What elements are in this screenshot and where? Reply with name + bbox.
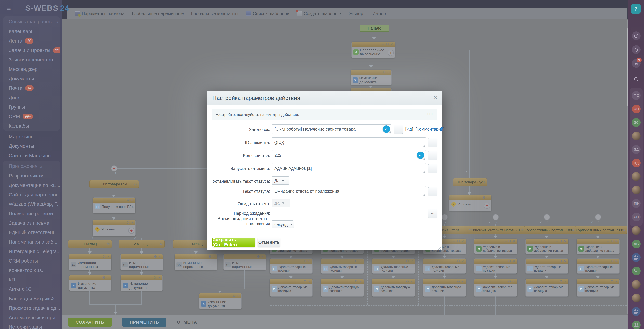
branch-bar[interactable]: Корпоративный портал - 100 [524, 226, 576, 234]
close-icon[interactable] [513, 259, 515, 263]
collapse-icon[interactable] [453, 239, 457, 243]
toolbar-item[interactable]: Создать шаблон ▾ [297, 11, 341, 16]
chat-avatar[interactable] [632, 132, 640, 140]
value-picker-button[interactable]: ... [428, 164, 437, 173]
hamburger-menu-icon[interactable]: ≡ [6, 3, 11, 13]
gear-icon[interactable] [508, 239, 513, 243]
more-menu-icon[interactable]: ••• [427, 111, 433, 117]
toolbar-item[interactable]: Экспорт ▾ [348, 11, 365, 16]
maximize-icon[interactable] [426, 96, 431, 101]
toolbar-item[interactable]: Импорт ▾ [372, 11, 388, 16]
sidebar-item[interactable]: Интеграция с Telegra... [3, 246, 60, 256]
sidebar-item[interactable]: CRM99+ [3, 111, 60, 121]
collapse-branch-button[interactable]: − [595, 214, 601, 220]
gear-icon[interactable] [304, 279, 308, 283]
start-node[interactable]: Начало [360, 25, 389, 32]
close-icon[interactable] [213, 255, 215, 259]
node-get-term[interactable]: Получаем срок Б24 [93, 197, 136, 213]
node-add-remove-product[interactable]: Удаление и добавление товара [526, 239, 568, 254]
close-icon[interactable] [411, 279, 413, 283]
collapse-icon[interactable] [123, 221, 127, 224]
node-remove-product-rows[interactable]: Удалить товарные позиции [526, 259, 568, 274]
collapse-chevron-icon[interactable] [465, 169, 467, 174]
close-icon[interactable] [107, 276, 109, 279]
node-add-remove-product[interactable]: Удаление и добавление товара [577, 239, 620, 254]
gear-icon[interactable] [102, 255, 107, 259]
close-icon[interactable] [262, 255, 264, 259]
gear-icon[interactable] [572, 228, 574, 232]
gear-icon[interactable] [126, 198, 131, 202]
close-icon[interactable] [564, 259, 566, 263]
close-icon[interactable] [564, 239, 566, 243]
branch-bar[interactable]: 1 месяц [68, 240, 112, 248]
sidebar-item[interactable]: Заявки от клиентов [3, 55, 60, 64]
template-cancel-button[interactable]: ОТМЕНА [177, 320, 197, 325]
node-document-change[interactable]: Изменение документа [121, 275, 162, 291]
chat-avatar[interactable] [632, 253, 640, 262]
close-icon[interactable] [411, 259, 413, 263]
sidebar-item[interactable]: Документы [3, 141, 60, 150]
gear-icon[interactable] [107, 242, 110, 246]
close-icon[interactable] [615, 259, 618, 263]
node-condition[interactable]: Условие + [449, 195, 491, 211]
gear-icon[interactable] [126, 221, 131, 224]
close-icon[interactable] [462, 259, 464, 263]
value-picker-button[interactable]: ... [428, 209, 437, 218]
gear-icon[interactable] [559, 259, 564, 263]
chat-avatar[interactable] [632, 226, 640, 235]
close-icon[interactable] [462, 239, 464, 243]
help-button[interactable]: ? [631, 4, 641, 14]
branch-bar[interactable]: Корпоративный портал - 500 [575, 226, 628, 234]
node-add-remove-product[interactable]: Удаление и добавление товара [474, 239, 517, 254]
sidebar-item[interactable]: Разработчикам [3, 171, 60, 180]
sidebar-item[interactable]: Документация по RE... [3, 180, 60, 190]
sidebar-item[interactable]: Мессенджер [3, 64, 60, 73]
chat-avatar[interactable]: SC [632, 118, 640, 127]
close-icon[interactable] [391, 42, 393, 46]
close-icon[interactable] [387, 70, 390, 74]
chat-avatar[interactable] [632, 307, 640, 316]
branch-bar[interactable]: 12 месяцев [119, 240, 165, 248]
branch-chevrons-icon[interactable] [540, 220, 550, 224]
gear-icon[interactable] [354, 279, 360, 283]
node-remove-product-rows[interactable]: Удалить товарные позиции [474, 259, 517, 274]
sidebar-item[interactable]: Просмотр задач в сд... [3, 303, 60, 313]
sidebar-item[interactable]: CRM роботы [3, 256, 60, 265]
chat-avatar[interactable]: СП [632, 213, 640, 221]
close-icon[interactable] [564, 279, 566, 283]
gear-icon[interactable] [154, 255, 159, 259]
sidebar-item[interactable]: Wazzup (WhatsApp, T... [3, 199, 60, 209]
add-branch-button[interactable]: + [484, 203, 490, 209]
node-condition[interactable]: Условие + [93, 220, 136, 236]
gear-icon[interactable] [520, 228, 523, 232]
node-add-product-row[interactable]: Добавить товарную позицию [321, 279, 364, 297]
chat-avatar[interactable] [632, 280, 640, 289]
sidebar-item[interactable]: Акты в 1С [3, 284, 60, 294]
gear-icon[interactable] [482, 196, 487, 199]
search-icon[interactable] [632, 75, 640, 84]
chat-avatar[interactable] [632, 294, 640, 302]
sidebar-item[interactable]: Группы [3, 102, 60, 111]
dialog-header[interactable]: Настройка параметров действия × [207, 91, 442, 105]
node-add-product-row[interactable]: Добавить товарную позицию [372, 279, 415, 297]
gear-icon[interactable] [257, 255, 262, 259]
gear-icon[interactable] [610, 239, 615, 243]
sidebar-item[interactable]: Напоминания о заб... [3, 237, 60, 246]
node-remove-product-rows[interactable]: Удалить товарные позиции [321, 259, 364, 274]
notifications-bell-icon[interactable] [632, 45, 640, 54]
gear-icon[interactable] [508, 259, 513, 263]
close-icon[interactable] [615, 279, 618, 283]
close-icon[interactable] [107, 255, 110, 259]
history-clock-icon[interactable] [632, 31, 640, 40]
gear-icon[interactable] [102, 276, 107, 279]
value-picker-button[interactable]: ... [394, 125, 403, 134]
node-parallel-execution[interactable]: Параллельное выполнение + [352, 41, 395, 58]
gear-icon[interactable] [208, 255, 213, 259]
sidebar-item[interactable]: Коллабы [3, 121, 60, 130]
sidebar-item[interactable]: Календарь [3, 26, 60, 36]
gear-icon[interactable] [482, 180, 485, 184]
gear-icon[interactable] [160, 242, 163, 246]
close-icon[interactable] [238, 294, 240, 298]
node-add-product-row[interactable]: Добавить товарную позицию [423, 279, 466, 297]
gear-icon[interactable] [469, 228, 472, 232]
